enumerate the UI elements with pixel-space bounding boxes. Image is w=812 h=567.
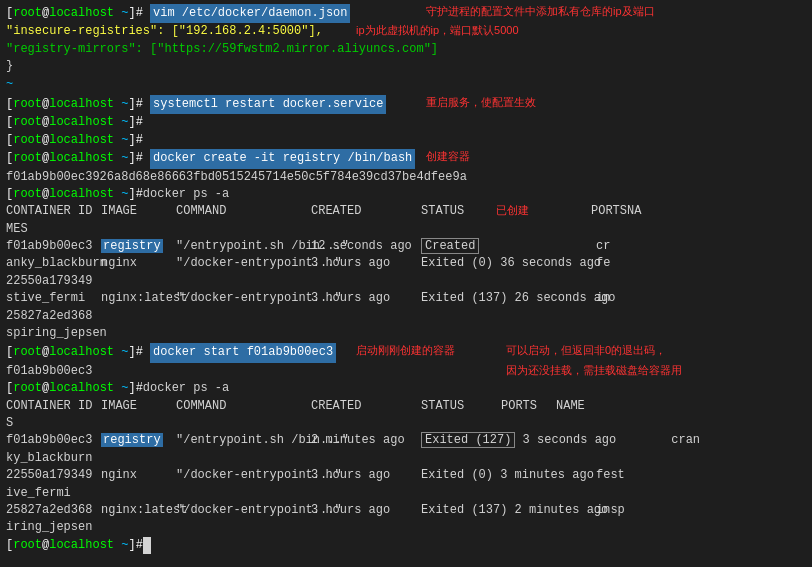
prompt-3: [root@localhost ~]# xyxy=(6,150,150,167)
ps1-row-4: 22550a179349 xyxy=(6,273,806,290)
ps1-row-3: anky_blackburn nginx "/docker-entrypoint… xyxy=(6,255,806,272)
json-line-close: } xyxy=(6,58,806,75)
ps2-row-6: iring_jepsen xyxy=(6,519,806,536)
empty-prompt-1: [root@localhost ~]# xyxy=(6,114,806,131)
docker-create-line: [root@localhost ~]# docker create -it re… xyxy=(6,149,806,168)
docker-start-line: [root@localhost ~]# docker start f01ab9b… xyxy=(6,343,806,362)
ps2-row-s: S xyxy=(6,415,806,432)
ps2-row-3: 22550a179349 nginx "/docker-entrypoint..… xyxy=(6,467,806,484)
prompt-4: [root@localhost ~]# xyxy=(6,186,143,203)
vim-command: vim /etc/docker/daemon.json xyxy=(150,4,350,23)
ps2-col-created: CREATED xyxy=(311,398,421,415)
prompt-6: [root@localhost ~]# xyxy=(6,380,143,397)
ps2-header: CONTAINER ID IMAGE COMMAND CREATED STATU… xyxy=(6,398,806,415)
ps1-col-image: IMAGE xyxy=(101,203,176,220)
json-tilde: ~ xyxy=(6,76,806,93)
ps1-row-2: f01ab9b00ec3 registry "/entrypoint.sh /b… xyxy=(6,238,806,255)
prompt-1: [root@localhost ~]# xyxy=(6,5,150,22)
terminal: [root@localhost ~]# vim /etc/docker/daem… xyxy=(0,0,812,558)
annotation-nonzero-2: 因为还没挂载，需挂载磁盘给容器用 xyxy=(506,363,682,379)
annotation-restart: 重启服务，使配置生效 xyxy=(426,95,536,111)
ps1-col-ports: PORTS xyxy=(591,203,627,220)
annotation-ip: ip为此虚拟机的ip，端口默认5000 xyxy=(356,23,519,39)
start-result: f01ab9b00ec3 因为还没挂载，需挂载磁盘给容器用 xyxy=(6,363,806,380)
empty-prompt-2: [root@localhost ~]# xyxy=(6,132,806,149)
annotation-daemon: 守护进程的配置文件中添加私有仓库的ip及端口 xyxy=(426,4,655,20)
ps2-col-status: STATUS xyxy=(421,398,501,415)
ps2-row-5: 25827a2ed368 nginx:latest "/docker-entry… xyxy=(6,502,806,519)
restart-command: systemctl restart docker.service xyxy=(150,95,386,114)
annotation-start: 启动刚刚创建的容器 xyxy=(356,343,455,359)
ps2-row-4: ive_fermi xyxy=(6,485,806,502)
ps2-col-ports: PORTS xyxy=(501,398,556,415)
ps1-col-created: CREATED xyxy=(311,203,421,220)
status-exited-1: Exited (127) xyxy=(421,432,515,448)
annotation-nonzero-1: 可以启动，但返回非0的退出码， xyxy=(506,343,666,359)
final-prompt-line: [root@localhost ~]# xyxy=(6,537,806,554)
ps1-col-id: CONTAINER ID xyxy=(6,203,101,220)
ps1-row-1: MES xyxy=(6,221,806,238)
ps1-col-command: COMMAND xyxy=(176,203,311,220)
ps2-row-1: f01ab9b00ec3 registry "/entrypoint.sh /b… xyxy=(6,432,806,449)
ps2-row-2: ky_blackburn xyxy=(6,450,806,467)
status-created-1: Created xyxy=(421,238,479,254)
annotation-already-created: 已创建 xyxy=(496,203,529,219)
final-prompt: [root@localhost ~]# xyxy=(6,537,143,554)
ps1-row-6: 25827a2ed368 xyxy=(6,308,806,325)
ps-table-1: CONTAINER ID IMAGE COMMAND CREATED STATU… xyxy=(6,203,806,342)
create-hash: f01ab9b00ec3926a8d68e86663fbd0515245714e… xyxy=(6,169,806,186)
prompt-5: [root@localhost ~]# xyxy=(6,344,150,361)
ps2-col-image: IMAGE xyxy=(101,398,176,415)
ps1-row-5: stive_fermi nginx:latest "/docker-entryp… xyxy=(6,290,806,307)
ps2-col-command: COMMAND xyxy=(176,398,311,415)
image-registry-1: registry xyxy=(101,239,163,253)
ps1-col-name: NA xyxy=(627,203,667,220)
ps2-col-id: CONTAINER ID xyxy=(6,398,101,415)
restart-command-line: [root@localhost ~]# systemctl restart do… xyxy=(6,95,806,114)
prompt-2: [root@localhost ~]# xyxy=(6,96,150,113)
ps2-prompt-line: [root@localhost ~]# docker ps -a xyxy=(6,380,806,397)
docker-create-command: docker create -it registry /bin/bash xyxy=(150,149,415,168)
image-registry-2: registry xyxy=(101,433,163,447)
ps1-row-7: spiring_jepsen xyxy=(6,325,806,342)
json-line-registry-mirrors: "registry-mirrors": ["https://59fwstm2.m… xyxy=(6,41,806,58)
ps1-prompt-line: [root@localhost ~]# docker ps -a xyxy=(6,186,806,203)
ps2-col-name: NAME xyxy=(556,398,585,415)
ps-table-2: CONTAINER ID IMAGE COMMAND CREATED STATU… xyxy=(6,398,806,537)
ps1-header: CONTAINER ID IMAGE COMMAND CREATED STATU… xyxy=(6,203,806,220)
docker-start-command: docker start f01ab9b00ec3 xyxy=(150,343,336,362)
annotation-create: 创建容器 xyxy=(426,149,470,165)
vim-command-line: [root@localhost ~]# vim /etc/docker/daem… xyxy=(6,4,806,23)
ps1-col-status: STATUS xyxy=(421,203,501,220)
